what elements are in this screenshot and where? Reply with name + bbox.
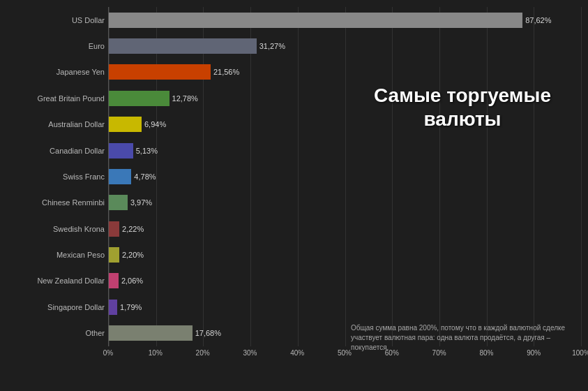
bar-12: [109, 325, 193, 341]
y-label-7: Chinese Renminbi: [7, 192, 105, 213]
y-label-10: New Zealand Dollar: [7, 270, 105, 291]
x-label-4: 40%: [290, 349, 304, 357]
bar-1: [109, 38, 257, 54]
chart-container: US DollarEuroJapanese YenGreat Britain P…: [0, 0, 588, 391]
bar-6: [109, 169, 131, 184]
bar-row-2: 21,56%: [109, 61, 581, 82]
bar-2: [109, 64, 211, 80]
bar-row-6: 4,78%: [109, 166, 581, 187]
x-label-5: 50%: [338, 349, 352, 357]
bar-value-12: 17,68%: [195, 329, 221, 337]
y-label-3: Great Britain Pound: [7, 88, 105, 109]
bar-value-11: 1,79%: [120, 303, 142, 311]
bar-10: [109, 273, 119, 288]
x-label-2: 20%: [196, 349, 210, 357]
bar-row-0: 87,62%: [109, 10, 581, 31]
y-label-1: Euro: [7, 36, 105, 57]
y-label-5: Canadian Dollar: [7, 140, 105, 161]
y-label-12: Other: [7, 323, 105, 344]
bar-value-6: 4,78%: [134, 172, 156, 181]
bar-value-4: 6,94%: [144, 120, 166, 128]
y-label-9: Mexican Peso: [7, 244, 105, 265]
y-label-6: Swiss Franc: [7, 166, 105, 187]
chart-area: US DollarEuroJapanese YenGreat Britain P…: [7, 7, 581, 346]
bar-11: [109, 300, 117, 315]
y-labels: US DollarEuroJapanese YenGreat Britain P…: [7, 7, 108, 346]
bar-value-8: 2,22%: [122, 225, 144, 233]
bar-row-9: 2,20%: [109, 244, 581, 265]
y-label-8: Swedish Krona: [7, 219, 105, 239]
bar-4: [109, 117, 142, 132]
chart-title: Самые торгуемые валюты: [351, 84, 574, 131]
bar-0: [109, 13, 522, 28]
x-label-10: 100%: [572, 349, 588, 357]
y-label-4: Australian Dollar: [7, 114, 105, 135]
bar-value-3: 12,78%: [172, 94, 198, 103]
bar-value-9: 2,20%: [122, 251, 144, 259]
bar-value-2: 21,56%: [213, 68, 239, 76]
x-label-0: 0%: [103, 349, 113, 357]
bar-7: [109, 195, 128, 210]
bar-row-11: 1,79%: [109, 297, 581, 318]
bar-3: [109, 91, 169, 106]
bar-value-0: 87,62%: [525, 16, 551, 24]
y-label-11: Singapore Dollar: [7, 297, 105, 318]
bar-value-10: 2,06%: [121, 276, 143, 285]
bars-area: 87,62%31,27%21,56%12,78%6,94%5,13%4,78%3…: [108, 7, 581, 346]
bar-row-5: 5,13%: [109, 140, 581, 161]
bar-8: [109, 221, 119, 237]
bar-row-1: 31,27%: [109, 36, 581, 57]
bar-row-10: 2,06%: [109, 270, 581, 291]
grid-line-100: [581, 7, 582, 346]
bar-value-5: 5,13%: [136, 147, 158, 155]
footnote: Общая сумма равна 200%, потому что в каж…: [351, 323, 574, 353]
y-label-0: US Dollar: [7, 10, 105, 31]
bar-row-8: 2,22%: [109, 219, 581, 239]
x-label-1: 10%: [149, 349, 163, 357]
y-label-2: Japanese Yen: [7, 61, 105, 82]
bar-value-1: 31,27%: [259, 42, 285, 50]
x-label-3: 30%: [243, 349, 257, 357]
bar-9: [109, 247, 119, 263]
bar-row-7: 3,97%: [109, 192, 581, 213]
bar-5: [109, 143, 133, 158]
bar-value-7: 3,97%: [130, 198, 152, 207]
